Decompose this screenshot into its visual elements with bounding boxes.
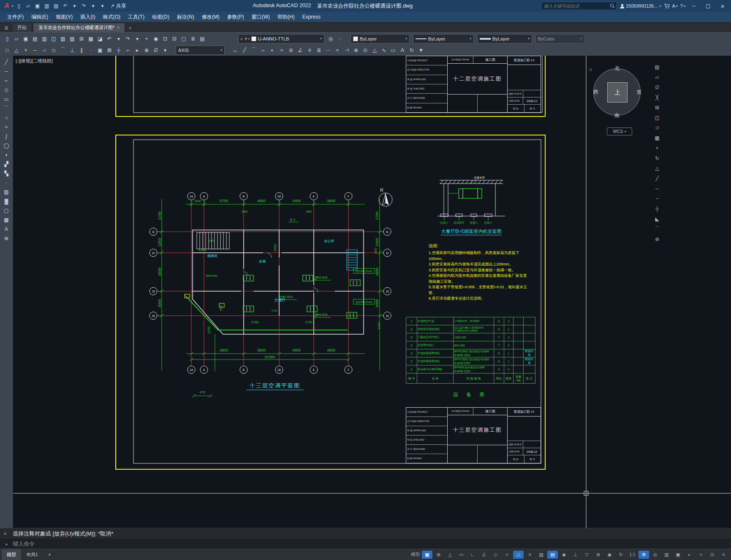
plot-icon[interactable]: ▥: [40, 35, 49, 43]
save-icon[interactable]: ▣: [21, 35, 30, 43]
quick-dimension-icon[interactable]: ≡: [305, 46, 314, 54]
undo-icon[interactable]: ↶: [105, 35, 114, 43]
viewcube-top-face[interactable]: 上: [607, 82, 628, 103]
snap-tangent-icon[interactable]: ⌒: [58, 46, 68, 54]
menu-item[interactable]: 绘图(D): [148, 12, 173, 22]
rotate-icon[interactable]: ↻: [652, 154, 662, 162]
spline-tool-icon[interactable]: ∫: [1, 132, 11, 141]
snap-apparent-icon[interactable]: ⊗: [142, 46, 151, 54]
snap-node-icon[interactable]: ·: [86, 46, 95, 54]
minimize-button[interactable]: ─: [688, 1, 700, 11]
isolate-objects-icon[interactable]: ◐: [684, 551, 695, 559]
polar-tracking-icon[interactable]: ∠: [479, 551, 489, 559]
file-tabs-menu-icon[interactable]: ≣: [2, 24, 11, 32]
maximize-button[interactable]: ▢: [702, 1, 714, 11]
circle-tool-icon[interactable]: ○: [1, 113, 11, 122]
quick-properties-icon[interactable]: ▥: [661, 551, 672, 559]
transparency-icon[interactable]: ▨: [536, 551, 546, 559]
dynamic-input-icon[interactable]: ▭: [456, 551, 467, 559]
extend-icon[interactable]: ─: [652, 184, 662, 193]
menu-item[interactable]: 编辑(E): [27, 12, 52, 22]
command-close-icon[interactable]: ×: [0, 531, 10, 537]
menu-item[interactable]: 工具(T): [124, 12, 148, 22]
tolerance-icon[interactable]: ⊕: [351, 46, 361, 54]
search-icon[interactable]: [610, 3, 615, 8]
selection-cycling-icon[interactable]: ▤: [547, 551, 558, 559]
erase-icon[interactable]: ╳: [652, 93, 662, 102]
make-layer-current-icon[interactable]: ◎: [326, 35, 335, 43]
polygon-tool-icon[interactable]: ◇: [1, 85, 11, 94]
plotstyle-combo[interactable]: ByColor ▾: [535, 34, 584, 43]
infer-constraints-icon[interactable]: △: [445, 551, 455, 559]
angular-icon[interactable]: ∠: [296, 46, 305, 54]
aligned-dimension-icon[interactable]: ╱: [240, 46, 249, 54]
new-drawing-tab-button[interactable]: +: [126, 24, 134, 32]
copy-icon[interactable]: ⊞: [77, 35, 86, 43]
properties-icon[interactable]: ▢: [179, 35, 188, 43]
app-menu-arrow-icon[interactable]: ▾: [12, 4, 14, 8]
zoom-window-icon[interactable]: ⊡: [160, 35, 170, 43]
chamfer-icon[interactable]: ◣: [652, 214, 662, 223]
menu-item[interactable]: 参数(P): [223, 12, 248, 22]
temporary-track-icon[interactable]: ┼: [114, 46, 123, 54]
point-tool-icon[interactable]: ·: [1, 178, 11, 187]
tab-start[interactable]: 开始: [12, 23, 32, 32]
fillet-icon[interactable]: ⌒: [652, 225, 662, 233]
layer-properties-icon[interactable]: ≣: [188, 35, 198, 43]
menu-item[interactable]: 格式(O): [99, 12, 124, 22]
explode-icon[interactable]: ⊛: [652, 235, 662, 243]
cart-icon[interactable]: [664, 3, 670, 9]
paper-model-toggle[interactable]: 模型: [410, 551, 421, 559]
snap-insert-icon[interactable]: ▣: [95, 46, 105, 54]
qat-customize-icon[interactable]: ▾: [98, 2, 107, 10]
dynamic-ucs-icon[interactable]: ⊥: [570, 551, 581, 559]
wcs-selector[interactable]: WCS▾: [607, 127, 632, 135]
workspace-switch-icon[interactable]: ⚙: [639, 551, 649, 559]
jogged-linear-icon[interactable]: ∿: [379, 46, 389, 54]
color-combo[interactable]: ByLayer ▾: [351, 34, 410, 43]
dimension-edit-icon[interactable]: ▭: [389, 46, 398, 54]
snap-extension-icon[interactable]: ─: [30, 46, 40, 54]
publish-icon[interactable]: ▨: [58, 35, 68, 43]
qat-redo-arrow-icon[interactable]: ▾: [89, 2, 98, 10]
make-block-icon[interactable]: ▚: [1, 169, 11, 178]
continue-icon[interactable]: ⋯: [323, 46, 333, 54]
qat-undo-icon[interactable]: ↶: [61, 2, 70, 10]
snap-midpoint-icon[interactable]: △: [12, 46, 21, 54]
snap-nearest-icon[interactable]: ⊠: [105, 46, 114, 54]
xline-tool-icon[interactable]: ─: [1, 67, 11, 76]
graphics-performance-icon[interactable]: ≈: [696, 551, 706, 559]
dimension-space-icon[interactable]: =: [333, 46, 342, 54]
autocad-logo-icon[interactable]: A: [3, 2, 11, 10]
offset-icon[interactable]: ⊃: [652, 123, 662, 132]
qat-plot-icon[interactable]: ▤: [52, 2, 61, 10]
gizmo-icon[interactable]: ⊕: [593, 551, 603, 559]
snap-endpoint-icon[interactable]: □: [3, 46, 12, 54]
annotation-visibility-icon[interactable]: ◉: [604, 551, 615, 559]
line-tool-icon[interactable]: ╱: [1, 57, 11, 66]
arc-tool-icon[interactable]: ⌒: [1, 104, 11, 113]
lock-ui-icon[interactable]: ▣: [673, 551, 683, 559]
viewcube-home-icon[interactable]: ⌂: [589, 67, 592, 72]
dimension-update-icon[interactable]: ↻: [407, 46, 416, 54]
redo-icon[interactable]: ↷: [123, 35, 133, 43]
account-button[interactable]: 15059991135… ▾: [620, 3, 661, 9]
plot-preview-icon[interactable]: ◫: [49, 35, 58, 43]
qat-redo-icon[interactable]: ↷: [79, 2, 89, 10]
scale-icon[interactable]: △: [652, 164, 662, 173]
style-combo[interactable]: AXIS ▾: [176, 46, 225, 55]
drawing-canvas[interactable]: N 1A A B 1D E F 1A: [13, 56, 731, 528]
radius-icon[interactable]: ◐: [268, 46, 277, 54]
customization-icon[interactable]: ≡: [718, 551, 729, 559]
ortho-icon[interactable]: ∟: [467, 551, 478, 559]
move-icon[interactable]: +: [652, 143, 662, 152]
mirror-icon[interactable]: ◫: [652, 113, 662, 122]
viewcube[interactable]: ⌂ 北 南 西 东 上: [591, 66, 643, 118]
markup-icon[interactable]: ▱: [652, 73, 662, 81]
menu-item[interactable]: 标注(N): [173, 12, 198, 22]
hatch-tool-icon[interactable]: ▨: [1, 187, 11, 196]
array-icon[interactable]: ▦: [652, 133, 662, 142]
snap-mode-icon[interactable]: ⊞: [433, 551, 444, 559]
qat-save-icon[interactable]: ▣: [33, 2, 42, 10]
qat-undo-arrow-icon[interactable]: ▾: [70, 2, 79, 10]
